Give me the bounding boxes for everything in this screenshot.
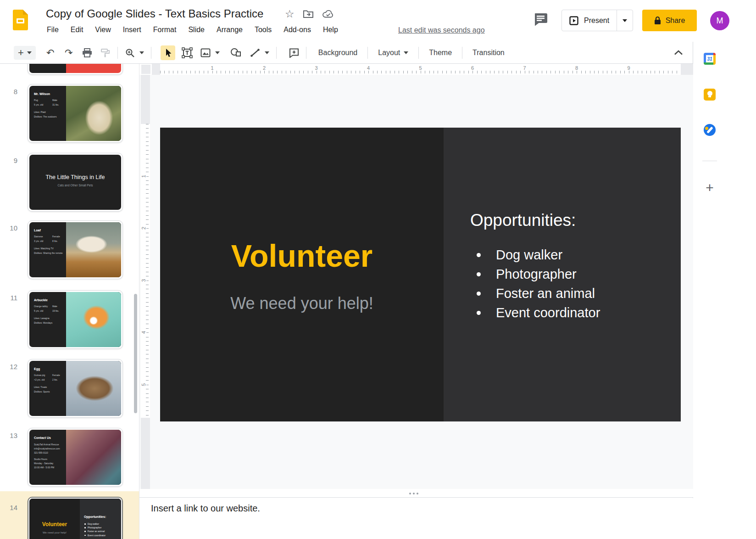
list-item: 8 (574, 65, 579, 71)
toolbar-separator (276, 47, 277, 59)
slide-heading[interactable]: Opportunities: (470, 211, 576, 230)
slide-number: 14 (4, 504, 17, 511)
zoom-button[interactable] (122, 45, 137, 60)
menu-item-tools[interactable]: Tools (249, 25, 278, 35)
background-button[interactable]: Background (313, 46, 363, 60)
print-icon (82, 48, 92, 57)
list-item: 3 (313, 65, 319, 71)
cloud-saved-icon[interactable] (322, 10, 334, 18)
speaker-notes-panel[interactable]: Insert a link to our website. (139, 498, 693, 539)
slides-logo-icon[interactable] (13, 10, 28, 30)
slide-title[interactable]: Volunteer (160, 238, 444, 274)
list-item: 6 (470, 65, 475, 71)
hide-menus-button[interactable] (673, 50, 684, 56)
present-dropdown-button[interactable] (617, 10, 633, 31)
text-box-button[interactable] (180, 45, 195, 60)
menu-item-arrange[interactable]: Arrange (211, 25, 249, 35)
slide-number: 13 (4, 432, 17, 439)
bullet-item-photographer[interactable]: Photographer (477, 264, 600, 284)
thumbnail-slide-8[interactable]: Mr. Wilson Pug5 yrs. old Male31 lbs. Lik… (28, 84, 123, 143)
list-item: 7 (522, 65, 527, 71)
menu-item-slide[interactable]: Slide (182, 25, 211, 35)
list-item: 2 (261, 65, 267, 71)
thumbnail-slide-12[interactable]: Egg Guinea pig<2 yrs. old Female2 lbs. L… (28, 359, 123, 418)
slide-bullet-list[interactable]: Dog walkerPhotographerFoster an animalEv… (477, 245, 600, 322)
bullet-item-event-coordinator[interactable]: Event coordinator (477, 303, 600, 322)
list-item: 1 (209, 65, 215, 71)
insert-image-button[interactable] (198, 45, 213, 60)
present-button[interactable]: Present (562, 10, 617, 31)
thumbnail-slide-13[interactable]: Contact Us ScalyTail Animal Rescueinfo@s… (28, 428, 123, 487)
menu-item-view[interactable]: View (89, 25, 117, 35)
insert-line-button[interactable] (248, 45, 262, 60)
avatar[interactable]: M (710, 11, 729, 30)
thumbnail-slide-11[interactable]: Arbuckle Orange tabby5 yrs. old Male19 l… (28, 290, 123, 349)
toolbar-separator (117, 47, 118, 59)
thumbnail-slide-9[interactable]: The Little Things in Life Cats and Other… (28, 153, 123, 212)
menu-item-add-ons[interactable]: Add-ons (278, 25, 317, 35)
thumbnail-slide-14-selected[interactable]: Volunteer We need your help! Opportuniti… (28, 497, 123, 539)
keep-icon[interactable] (704, 89, 716, 101)
list-item: Monday - Saturday (34, 461, 54, 466)
get-add-ons-button[interactable]: + (704, 180, 716, 196)
horizontal-ruler: 123456789 (152, 64, 693, 75)
list-item: Photographer (84, 526, 106, 529)
zoom-dropdown-button[interactable] (137, 45, 146, 60)
line-dropdown-button[interactable] (262, 45, 272, 60)
chevron-down-icon (139, 51, 144, 54)
filmstrip-scrollbar[interactable] (134, 294, 137, 413)
move-folder-icon[interactable] (303, 9, 314, 19)
speaker-notes-text[interactable]: Insert a link to our website. (151, 503, 260, 514)
menu-item-help[interactable]: Help (317, 25, 344, 35)
list-item: 9 (626, 65, 631, 71)
comment-history-icon[interactable] (533, 12, 548, 27)
lock-icon (654, 16, 661, 25)
list-item: 3 (141, 278, 146, 282)
redo-icon: ↷ (65, 48, 73, 57)
menu-item-insert[interactable]: Insert (117, 25, 147, 35)
thumbnail-slide-10[interactable]: Loaf Siamese3 yrs. old Female8 lbs. Like… (28, 220, 123, 279)
slide-right-panel[interactable]: Opportunities: Dog walkerPhotographerFos… (444, 128, 681, 421)
image-dropdown-button[interactable] (213, 45, 222, 60)
chevron-down-icon (265, 51, 269, 54)
layout-button[interactable]: Layout (372, 46, 414, 60)
undo-button[interactable]: ↶ (43, 45, 58, 60)
list-item: 5 (417, 65, 423, 71)
toolbar-separator (306, 47, 306, 59)
cursor-icon (164, 48, 172, 57)
text-box-icon (182, 47, 193, 58)
thumbnail-slide-7[interactable] (28, 64, 123, 75)
theme-button[interactable]: Theme (423, 46, 457, 60)
list-item: 2 (141, 226, 146, 230)
redo-button[interactable]: ↷ (61, 45, 76, 60)
menu-item-file[interactable]: File (41, 25, 65, 35)
print-button[interactable] (80, 45, 94, 60)
slide-subtitle[interactable]: We need your help! (160, 294, 444, 313)
present-play-icon (569, 16, 578, 25)
notes-resize-strip (139, 489, 693, 498)
tasks-icon[interactable] (704, 124, 716, 136)
bullet-item-foster-an-animal[interactable]: Foster an animal (477, 284, 600, 303)
bullet-item-dog-walker[interactable]: Dog walker (477, 245, 600, 264)
transition-button[interactable]: Transition (467, 46, 510, 60)
star-icon[interactable]: ☆ (285, 9, 295, 19)
toolbar-separator (367, 47, 368, 59)
insert-comment-button[interactable] (287, 45, 301, 60)
slide-number: 11 (4, 294, 17, 302)
calendar-icon[interactable]: 31 (704, 53, 716, 65)
paint-format-button[interactable] (98, 45, 113, 60)
insert-shape-button[interactable] (228, 45, 243, 60)
menu-item-format[interactable]: Format (147, 25, 183, 35)
present-split-button: Present (561, 10, 633, 31)
notes-drag-handle[interactable] (409, 493, 418, 494)
slide-left-panel[interactable]: Volunteer We need your help! (160, 128, 444, 421)
select-tool-button[interactable] (161, 45, 175, 60)
document-title[interactable]: Copy of Google Slides - Text Basics Prac… (46, 7, 263, 20)
share-button[interactable]: Share (642, 10, 697, 31)
new-slide-button[interactable]: + (14, 46, 36, 60)
toolbar: + ↶ ↷ Background Layout Theme Transition (0, 42, 693, 64)
list-item: 4 (366, 65, 371, 71)
menu-item-edit[interactable]: Edit (65, 25, 89, 35)
siamese-cat-photo (66, 222, 121, 277)
last-edit-status[interactable]: Last edit was seconds ago (398, 26, 485, 34)
